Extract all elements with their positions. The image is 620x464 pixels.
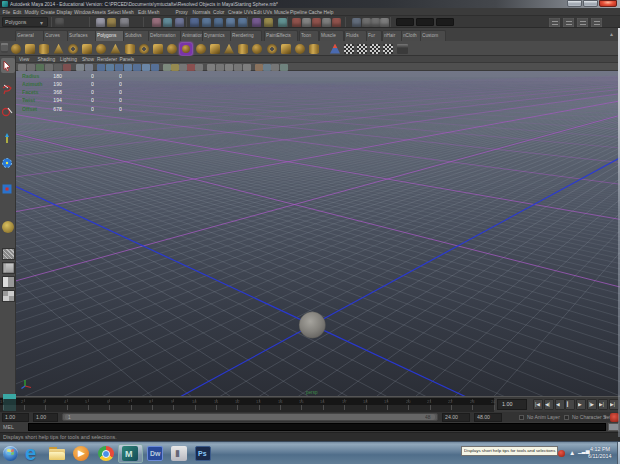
svg-text:persp: persp	[306, 390, 318, 395]
